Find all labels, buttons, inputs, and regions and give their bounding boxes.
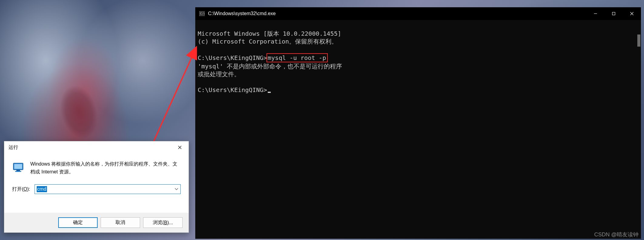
cmd-titlebar[interactable]: C:\ C:\Windows\system32\cmd.exe xyxy=(195,7,641,20)
cmd-error-line: 或批处理文件。 xyxy=(198,71,240,78)
cmd-title: C:\Windows\system32\cmd.exe xyxy=(208,11,586,16)
cmd-icon: C:\ xyxy=(199,11,205,17)
close-button[interactable] xyxy=(171,141,189,153)
text-cursor xyxy=(268,92,271,93)
open-combobox[interactable]: cmd xyxy=(35,184,181,194)
open-input-value: cmd xyxy=(37,186,47,192)
run-icon xyxy=(12,160,25,176)
cmd-line: Microsoft Windows [版本 10.0.22000.1455] xyxy=(198,30,341,37)
run-description: Windows 将根据你所输入的名称，为你打开相应的程序、文件夹、文档或 Int… xyxy=(30,160,181,176)
run-dialog: 运行 Windows 将根据你所输入的名称，为你打开相应的程序、文件夹、文档或 … xyxy=(4,141,189,233)
svg-rect-12 xyxy=(15,171,21,172)
minimize-button[interactable] xyxy=(586,7,605,20)
ok-button[interactable]: 确定 xyxy=(58,217,98,228)
browse-button[interactable]: 浏览(B)... xyxy=(143,217,183,228)
chevron-down-icon[interactable] xyxy=(173,185,180,194)
svg-rect-3 xyxy=(612,12,615,15)
svg-rect-10 xyxy=(14,164,22,169)
run-footer: 确定 取消 浏览(B)... xyxy=(4,213,189,232)
scrollbar-thumb[interactable] xyxy=(637,35,640,47)
cmd-body[interactable]: Microsoft Windows [版本 10.0.22000.1455] (… xyxy=(195,20,641,239)
watermark: CSDN @晴友读钟 xyxy=(594,231,639,238)
cmd-line: (c) Microsoft Corporation。保留所有权利。 xyxy=(198,38,337,45)
cmd-prompt: C:\Users\KEingQING> xyxy=(198,86,267,94)
cmd-error-line: 'mysql' 不是内部或外部命令，也不是可运行的程序 xyxy=(198,63,342,70)
close-button[interactable] xyxy=(623,7,641,20)
run-titlebar[interactable]: 运行 xyxy=(4,141,189,153)
run-title: 运行 xyxy=(8,144,18,151)
cmd-window: C:\ C:\Windows\system32\cmd.exe Microsof… xyxy=(195,7,641,239)
highlighted-command: mysql -u root -p xyxy=(267,53,328,62)
open-label: 打开(O): xyxy=(12,186,30,192)
maximize-button[interactable] xyxy=(605,7,623,20)
run-body: Windows 将根据你所输入的名称，为你打开相应的程序、文件夹、文档或 Int… xyxy=(4,153,189,194)
window-controls xyxy=(586,7,641,20)
svg-text:C:\: C:\ xyxy=(200,12,205,15)
cancel-button[interactable]: 取消 xyxy=(101,217,140,228)
cmd-prompt: C:\Users\KEingQING> xyxy=(198,54,267,61)
